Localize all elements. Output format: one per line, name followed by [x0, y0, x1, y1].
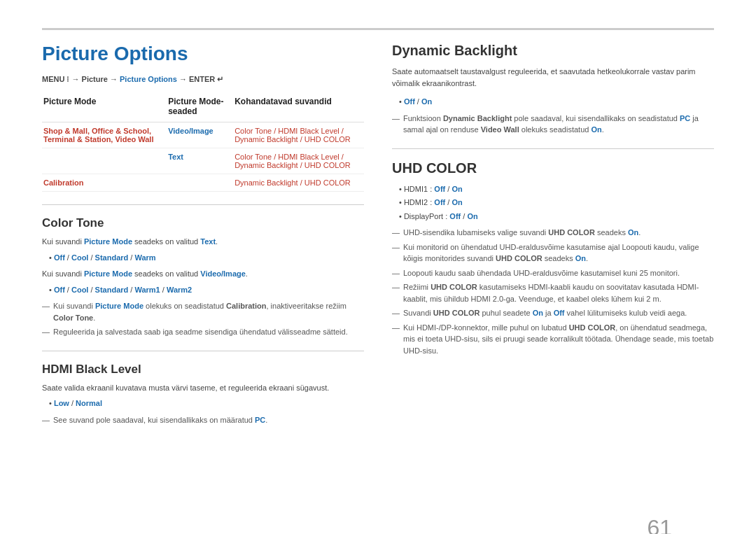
hdmi-black-section: HDMI Black Level Saate valida ekraanil k…: [42, 363, 364, 426]
hdmi-title: HDMI Black Level: [42, 363, 364, 377]
note-item: Kui monitorid on ühendatud UHD-eraldusvõ…: [392, 241, 714, 265]
color-tone-text1: Kui suvandi Picture Mode seadeks on vali…: [42, 236, 364, 248]
col-header-mode: Picture Mode: [42, 94, 167, 122]
cell-options-1: Color Tone / HDMI Black Level /Dynamic B…: [233, 122, 364, 148]
note-item: Režiimi UHD COLOR kasutamiseks HDMI-kaab…: [392, 281, 714, 304]
cell-options-2: Color Tone / HDMI Black Level /Dynamic B…: [233, 148, 364, 174]
divider: [42, 204, 364, 205]
dynamic-backlight-title: Dynamic Backlight: [392, 43, 714, 59]
bullet-item: DisplayPort : Off / On: [399, 211, 714, 223]
picture-mode-table: Picture Mode Picture Mode-seaded Kohanda…: [42, 94, 364, 192]
cell-options-3: Dynamic Backlight / UHD COLOR: [233, 174, 364, 192]
note-item: Kui suvandi Picture Mode olekuks on sead…: [42, 300, 364, 323]
table-row: Calibration Dynamic Backlight / UHD COLO…: [42, 174, 364, 192]
uhd-color-title: UHD COLOR: [392, 160, 714, 176]
divider-3: [392, 148, 714, 149]
color-tone-bullets-1: Off / Cool / Standard / Warm: [42, 252, 364, 265]
bullet-item: HDMI1 : Off / On: [399, 183, 714, 196]
cell-mode-1: Shop & Mall, Office & School,Terminal & …: [42, 122, 167, 148]
color-tone-bullets-2: Off / Cool / Standard / Warm1 / Warm2: [42, 284, 364, 297]
uhd-notes: UHD-sisendika lubamiseks valige suvandi …: [392, 227, 714, 356]
dynamic-backlight-intro: Saate automaatselt taustavalgust regulee…: [392, 66, 714, 89]
col-header-options: Kohandatavad suvandid: [233, 94, 364, 122]
page-number: 61: [647, 515, 672, 534]
cell-sub-3: [167, 174, 233, 192]
bullet-item: HDMI2 : Off / On: [399, 197, 714, 209]
color-tone-section: Color Tone Kui suvandi Picture Mode sead…: [42, 216, 364, 338]
cell-sub-2: Text: [167, 148, 233, 174]
cell-sub-1: Video/Image: [167, 122, 233, 148]
dynamic-backlight-notes: Funktsioon Dynamic Backlight pole saadav…: [392, 113, 714, 136]
hdmi-bullets: Low / Normal: [42, 398, 364, 410]
divider-2: [42, 351, 364, 351]
table-row: Text Color Tone / HDMI Black Level /Dyna…: [42, 148, 364, 174]
note-item: Loopouti kaudu saab ühendada UHD-eraldus…: [392, 267, 714, 279]
cell-mode-3: Calibration: [42, 174, 167, 192]
bullet-item: Off / Cool / Standard / Warm1 / Warm2: [49, 284, 364, 297]
hdmi-notes: See suvand pole saadaval, kui sisendalli…: [42, 414, 364, 426]
note-item: Reguleerida ja salvestada saab iga seadm…: [42, 326, 364, 338]
color-tone-text2: Kui suvandi Picture Mode seadeks on vali…: [42, 268, 364, 280]
color-tone-notes: Kui suvandi Picture Mode olekuks on sead…: [42, 300, 364, 338]
note-item: UHD-sisendika lubamiseks valige suvandi …: [392, 227, 714, 239]
hdmi-text: Saate valida ekraanil kuvatava musta vär…: [42, 382, 364, 394]
table-row: Shop & Mall, Office & School,Terminal & …: [42, 122, 364, 148]
note-item: Funktsioon Dynamic Backlight pole saadav…: [392, 113, 714, 136]
color-tone-title: Color Tone: [42, 216, 364, 230]
note-item: See suvand pole saadaval, kui sisendalli…: [42, 414, 364, 426]
cell-mode-2: [42, 148, 167, 174]
dynamic-backlight-bullets: Off / On: [392, 96, 714, 108]
bullet-item: Off / Cool / Standard / Warm: [49, 252, 364, 265]
bullet-item: Low / Normal: [49, 398, 364, 410]
menu-path: MENU ⁝ → Picture → Picture Options → ENT…: [42, 75, 364, 84]
uhd-color-section: UHD COLOR HDMI1 : Off / On HDMI2 : Off /…: [392, 160, 714, 357]
note-item: Suvandi UHD COLOR puhul seadete On ja Of…: [392, 307, 714, 319]
col-header-sub: Picture Mode-seaded: [167, 94, 233, 122]
uhd-bullets: HDMI1 : Off / On HDMI2 : Off / On Displa…: [392, 183, 714, 223]
dynamic-backlight-section: Dynamic Backlight Saate automaatselt tau…: [392, 43, 714, 136]
note-item: Kui HDMI-/DP-konnektor, mille puhul on l…: [392, 322, 714, 357]
bullet-item: Off / On: [399, 96, 714, 108]
page-title: Picture Options: [42, 43, 364, 65]
top-rule: [42, 28, 714, 30]
